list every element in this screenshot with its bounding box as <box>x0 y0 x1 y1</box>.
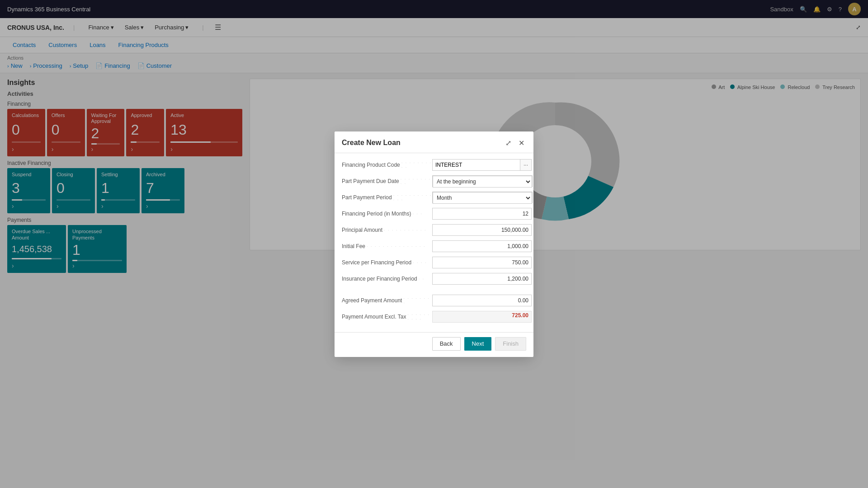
select-part-payment-due-date[interactable]: At the beginning At the end <box>433 176 532 188</box>
form-row-insurance-per-period: Insurance per Financing Period · · <box>342 272 526 285</box>
input-agreed-payment[interactable] <box>432 295 532 306</box>
input-service-per-period[interactable] <box>432 257 532 268</box>
input-financing-product-code-wrapper: ··· <box>432 159 532 171</box>
create-loan-modal: Create New Loan ⤢ ✕ Financing Product Co… <box>335 131 533 357</box>
value-payment-excl-tax: 725.00 <box>432 311 532 323</box>
modal-expand-icon[interactable]: ⤢ <box>504 138 513 148</box>
label-financing-product-code: Financing Product Code · · · · · · · · ·… <box>342 160 432 169</box>
form-row-principal-amount: Principal Amount · · · · · · · · · · · <box>342 224 526 236</box>
modal-close-icon[interactable]: ✕ <box>517 138 526 148</box>
input-initial-fee[interactable] <box>432 240 532 252</box>
label-initial-fee: Initial Fee · · · · · · · · · · · · · · … <box>342 243 432 249</box>
label-principal-amount: Principal Amount · · · · · · · · · · · <box>342 227 432 233</box>
modal-overlay: Create New Loan ⤢ ✕ Financing Product Co… <box>0 0 868 484</box>
label-agreed-payment: Agreed Payment Amount · · · · · · · · <box>342 296 432 305</box>
input-insurance-per-period[interactable] <box>432 273 532 285</box>
finish-button: Finish <box>495 337 526 351</box>
form-row-financing-period: Financing Period (in Months) · · · <box>342 207 526 220</box>
label-service-per-period: Service per Financing Period · · · · <box>342 259 432 266</box>
label-part-payment-due-date: Part Payment Due Date · · · · · · · · · … <box>342 177 432 186</box>
form-row-part-payment-due-date: Part Payment Due Date · · · · · · · · · … <box>342 175 526 188</box>
next-button[interactable]: Next <box>464 337 492 351</box>
select-part-payment-period[interactable]: Month Week Year <box>433 192 532 204</box>
modal-header-icons: ⤢ ✕ <box>504 138 526 148</box>
modal-body: Financing Product Code · · · · · · · · ·… <box>335 153 533 332</box>
back-button[interactable]: Back <box>432 337 461 351</box>
modal-header: Create New Loan ⤢ ✕ <box>335 131 533 153</box>
select-part-payment-due-date-wrapper: At the beginning At the end <box>432 175 533 187</box>
label-part-payment-period: Part Payment Period · · · · · · · · · · … <box>342 193 432 202</box>
form-row-payment-excl-tax: Payment Amount Excl. Tax · · · · · · · ·… <box>342 310 526 323</box>
modal-title: Create New Loan <box>342 139 401 147</box>
form-row-service-per-period: Service per Financing Period · · · · <box>342 256 526 269</box>
form-spacer <box>342 289 526 294</box>
modal-footer: Back Next Finish <box>335 332 533 357</box>
form-row-financing-product-code: Financing Product Code · · · · · · · · ·… <box>342 159 526 171</box>
input-financing-product-code[interactable] <box>432 159 520 171</box>
label-payment-excl-tax: Payment Amount Excl. Tax · · · · · · · ·… <box>342 312 432 321</box>
form-row-part-payment-period: Part Payment Period · · · · · · · · · · … <box>342 191 526 204</box>
input-principal-amount[interactable] <box>432 224 532 236</box>
financing-product-code-btn[interactable]: ··· <box>520 159 532 171</box>
form-row-agreed-payment: Agreed Payment Amount · · · · · · · · <box>342 294 526 307</box>
input-financing-period[interactable] <box>432 208 532 220</box>
label-financing-period: Financing Period (in Months) · · · <box>342 211 432 217</box>
select-part-payment-period-wrapper: Month Week Year <box>432 192 533 203</box>
label-insurance-per-period: Insurance per Financing Period · · <box>342 276 432 282</box>
form-row-initial-fee: Initial Fee · · · · · · · · · · · · · · … <box>342 240 526 253</box>
